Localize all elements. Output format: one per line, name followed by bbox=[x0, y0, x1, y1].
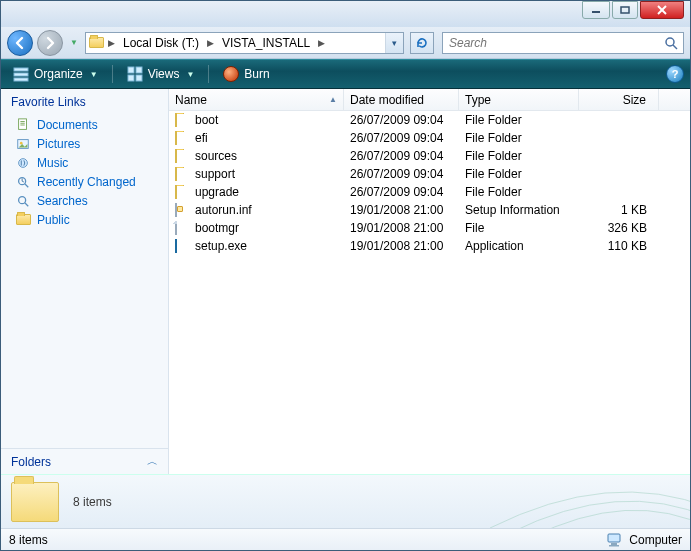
maximize-button[interactable] bbox=[612, 1, 638, 19]
views-icon bbox=[127, 66, 143, 82]
sort-asc-icon: ▲ bbox=[329, 95, 337, 104]
navbar: ▼ ▶ Local Disk (T:) ▶ VISTA_INSTALL ▶ ▾ bbox=[1, 27, 690, 59]
folder-icon bbox=[175, 185, 177, 199]
views-button[interactable]: Views ▼ bbox=[121, 63, 201, 85]
setup-info-icon bbox=[175, 203, 177, 217]
sidebar-item[interactable]: Pictures bbox=[1, 134, 168, 153]
svg-point-18 bbox=[20, 141, 23, 144]
svg-rect-9 bbox=[128, 67, 134, 73]
sidebar-item-icon bbox=[15, 193, 31, 209]
chevron-up-icon: ︿ bbox=[147, 454, 158, 469]
file-type: Application bbox=[459, 239, 579, 253]
sidebar-item[interactable]: Music bbox=[1, 153, 168, 172]
sidebar-folders-label: Folders bbox=[11, 455, 51, 469]
breadcrumb-seg-2[interactable]: VISTA_INSTALL bbox=[216, 33, 316, 53]
breadcrumb-sep-icon[interactable]: ▶ bbox=[106, 33, 117, 53]
chevron-down-icon: ▼ bbox=[186, 70, 194, 79]
file-name: autorun.inf bbox=[195, 203, 252, 217]
sidebar-item-label: Pictures bbox=[37, 137, 80, 151]
file-row[interactable]: bootmgr19/01/2008 21:00File326 KB bbox=[169, 219, 690, 237]
file-name: boot bbox=[195, 113, 218, 127]
application-icon bbox=[175, 239, 177, 253]
body: Favorite Links DocumentsPicturesMusicRec… bbox=[1, 89, 690, 474]
breadcrumb-sep-icon[interactable]: ▶ bbox=[205, 33, 216, 53]
burn-icon bbox=[223, 66, 239, 82]
file-row[interactable]: upgrade26/07/2009 09:04File Folder bbox=[169, 183, 690, 201]
file-row[interactable]: support26/07/2009 09:04File Folder bbox=[169, 165, 690, 183]
sidebar-item-icon bbox=[15, 212, 31, 228]
organize-button[interactable]: Organize ▼ bbox=[7, 63, 104, 85]
file-date: 26/07/2009 09:04 bbox=[344, 113, 459, 127]
refresh-button[interactable] bbox=[410, 32, 434, 54]
file-size: 326 KB bbox=[579, 221, 659, 235]
sidebar-folders-toggle[interactable]: Folders ︿ bbox=[1, 448, 168, 474]
nav-history-dropdown[interactable]: ▼ bbox=[67, 33, 81, 53]
sidebar-item-label: Searches bbox=[37, 194, 88, 208]
back-button[interactable] bbox=[7, 30, 33, 56]
svg-rect-8 bbox=[14, 78, 28, 81]
sidebar-item-icon bbox=[15, 155, 31, 171]
status-item-count: 8 items bbox=[9, 533, 48, 547]
sidebar-item[interactable]: Recently Changed bbox=[1, 172, 168, 191]
file-size: 1 KB bbox=[579, 203, 659, 217]
svg-line-5 bbox=[673, 45, 677, 49]
file-size: 110 KB bbox=[579, 239, 659, 253]
column-type[interactable]: Type bbox=[459, 89, 579, 110]
titlebar bbox=[1, 1, 690, 27]
breadcrumb-sep-icon[interactable]: ▶ bbox=[316, 33, 327, 53]
file-type: File bbox=[459, 221, 579, 235]
burn-button[interactable]: Burn bbox=[217, 63, 275, 85]
file-row[interactable]: setup.exe19/01/2008 21:00Application110 … bbox=[169, 237, 690, 255]
sidebar-heading: Favorite Links bbox=[1, 89, 168, 113]
column-size[interactable]: Size bbox=[579, 89, 659, 110]
minimize-button[interactable] bbox=[582, 1, 610, 19]
address-dropdown-button[interactable]: ▾ bbox=[385, 33, 403, 53]
sidebar-item[interactable]: Public bbox=[1, 210, 168, 229]
file-type: File Folder bbox=[459, 167, 579, 181]
organize-icon bbox=[13, 66, 29, 82]
explorer-window: ▼ ▶ Local Disk (T:) ▶ VISTA_INSTALL ▶ ▾ bbox=[0, 0, 691, 551]
forward-button[interactable] bbox=[37, 30, 63, 56]
search-icon[interactable] bbox=[659, 36, 683, 50]
column-name[interactable]: Name ▲ bbox=[169, 89, 344, 110]
sidebar-item-icon bbox=[15, 174, 31, 190]
computer-icon bbox=[607, 533, 623, 547]
file-name: setup.exe bbox=[195, 239, 247, 253]
file-date: 19/01/2008 21:00 bbox=[344, 221, 459, 235]
column-date[interactable]: Date modified bbox=[344, 89, 459, 110]
sidebar-item[interactable]: Searches bbox=[1, 191, 168, 210]
file-name: upgrade bbox=[195, 185, 239, 199]
file-name: efi bbox=[195, 131, 208, 145]
status-location: Computer bbox=[629, 533, 682, 547]
svg-rect-6 bbox=[14, 68, 28, 71]
svg-rect-12 bbox=[136, 75, 142, 81]
views-label: Views bbox=[148, 67, 180, 81]
svg-point-19 bbox=[19, 158, 28, 167]
svg-point-22 bbox=[19, 196, 26, 203]
sidebar-item[interactable]: Documents bbox=[1, 115, 168, 134]
search-box[interactable] bbox=[442, 32, 684, 54]
sidebar-item-icon bbox=[15, 136, 31, 152]
svg-line-21 bbox=[25, 183, 29, 187]
svg-line-23 bbox=[25, 202, 29, 206]
chevron-down-icon: ▼ bbox=[90, 70, 98, 79]
breadcrumb-seg-1[interactable]: Local Disk (T:) bbox=[117, 33, 205, 53]
svg-rect-24 bbox=[608, 534, 620, 542]
close-button[interactable] bbox=[640, 1, 684, 19]
sidebar-item-label: Documents bbox=[37, 118, 98, 132]
file-date: 26/07/2009 09:04 bbox=[344, 131, 459, 145]
help-button[interactable]: ? bbox=[666, 65, 684, 83]
file-rows: boot26/07/2009 09:04File Folderefi26/07/… bbox=[169, 111, 690, 474]
decorative-swoosh bbox=[490, 474, 690, 528]
file-type: File Folder bbox=[459, 131, 579, 145]
file-row[interactable]: sources26/07/2009 09:04File Folder bbox=[169, 147, 690, 165]
file-type: File Folder bbox=[459, 185, 579, 199]
sidebar-item-label: Recently Changed bbox=[37, 175, 136, 189]
column-name-label: Name bbox=[175, 93, 207, 107]
file-type: File Folder bbox=[459, 149, 579, 163]
file-row[interactable]: autorun.inf19/01/2008 21:00Setup Informa… bbox=[169, 201, 690, 219]
address-bar[interactable]: ▶ Local Disk (T:) ▶ VISTA_INSTALL ▶ ▾ bbox=[85, 32, 404, 54]
file-row[interactable]: efi26/07/2009 09:04File Folder bbox=[169, 129, 690, 147]
file-row[interactable]: boot26/07/2009 09:04File Folder bbox=[169, 111, 690, 129]
search-input[interactable] bbox=[443, 36, 659, 50]
